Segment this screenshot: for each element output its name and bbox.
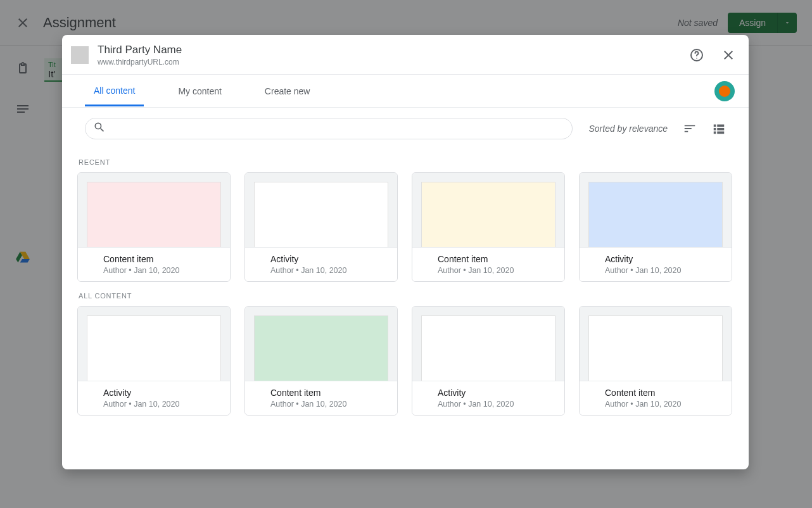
card-title: Content item [605,388,706,398]
card-meta: ActivityAuthor • Jan 10, 2020 [580,247,732,281]
content-card[interactable]: ActivityAuthor • Jan 10, 2020 [579,172,732,282]
card-meta: ActivityAuthor • Jan 10, 2020 [412,381,564,415]
toolbar: Sorted by relevance [62,108,749,144]
card-meta: Content itemAuthor • Jan 10, 2020 [412,247,564,281]
card-thumb [588,182,723,247]
card-thumb-wrap [412,173,564,247]
avatar[interactable] [714,81,735,101]
card-subtitle: Author • Jan 10, 2020 [270,400,372,409]
card-subtitle: Author • Jan 10, 2020 [438,266,539,275]
search-input[interactable] [111,124,564,134]
sort-icon[interactable] [683,122,697,136]
svg-point-1 [696,58,697,59]
tab-all-content[interactable]: All content [85,75,144,106]
card-thumb [87,315,221,381]
card-subtitle: Author • Jan 10, 2020 [605,400,706,409]
provider-url: www.thirdpartyURL.com [98,58,182,67]
section-all-label: ALL CONTENT [79,292,733,300]
card-meta: ActivityAuthor • Jan 10, 2020 [78,381,230,415]
card-thumb [254,182,388,247]
card-thumb [588,315,723,381]
card-thumb-wrap [580,307,732,381]
card-title: Content item [438,254,539,264]
close-dialog-icon[interactable] [721,48,736,63]
card-thumb-wrap [245,307,397,381]
card-thumb-wrap [78,307,230,381]
search-icon [93,121,106,136]
card-thumb-wrap [245,173,397,247]
content-card[interactable]: Content itemAuthor • Jan 10, 2020 [579,306,732,416]
picker-dialog: Third Party Name www.thirdpartyURL.com A… [62,35,749,469]
card-meta: Content itemAuthor • Jan 10, 2020 [245,381,397,415]
card-thumb [421,182,555,247]
card-thumb-wrap [580,173,732,247]
content-card[interactable]: Content itemAuthor • Jan 10, 2020 [244,306,398,416]
tab-my-content[interactable]: My content [169,76,230,106]
card-title: Activity [270,254,372,264]
card-subtitle: Author • Jan 10, 2020 [103,266,205,275]
card-thumb-wrap [78,173,230,247]
content-card[interactable]: Content itemAuthor • Jan 10, 2020 [77,172,231,282]
content-card[interactable]: ActivityAuthor • Jan 10, 2020 [244,172,398,282]
list-view-icon[interactable] [712,122,726,136]
card-title: Activity [438,388,539,398]
card-title: Content item [270,388,372,398]
provider-logo [71,46,89,64]
content-area: RECENT Content itemAuthor • Jan 10, 2020… [62,144,749,438]
card-title: Activity [103,388,205,398]
sort-label: Sorted by relevance [588,124,668,134]
card-meta: Content itemAuthor • Jan 10, 2020 [78,247,230,281]
search-field[interactable] [85,118,573,139]
card-meta: ActivityAuthor • Jan 10, 2020 [245,247,397,281]
help-icon[interactable] [689,48,704,63]
card-meta: Content itemAuthor • Jan 10, 2020 [580,381,732,415]
tabs: All content My content Create new [62,75,749,108]
provider-name: Third Party Name [98,44,182,56]
card-title: Content item [103,254,205,264]
dialog-header: Third Party Name www.thirdpartyURL.com [62,35,749,75]
card-thumb [421,315,555,381]
card-thumb-wrap [412,307,564,381]
content-card[interactable]: ActivityAuthor • Jan 10, 2020 [77,306,231,416]
section-recent-label: RECENT [79,158,733,166]
card-thumb [87,182,221,247]
card-subtitle: Author • Jan 10, 2020 [103,400,205,409]
card-title: Activity [605,254,706,264]
card-subtitle: Author • Jan 10, 2020 [605,266,706,275]
card-subtitle: Author • Jan 10, 2020 [270,266,372,275]
card-subtitle: Author • Jan 10, 2020 [438,400,539,409]
content-card[interactable]: ActivityAuthor • Jan 10, 2020 [412,306,565,416]
card-thumb [254,315,388,381]
content-card[interactable]: Content itemAuthor • Jan 10, 2020 [412,172,565,282]
tab-create-new[interactable]: Create new [256,76,319,106]
